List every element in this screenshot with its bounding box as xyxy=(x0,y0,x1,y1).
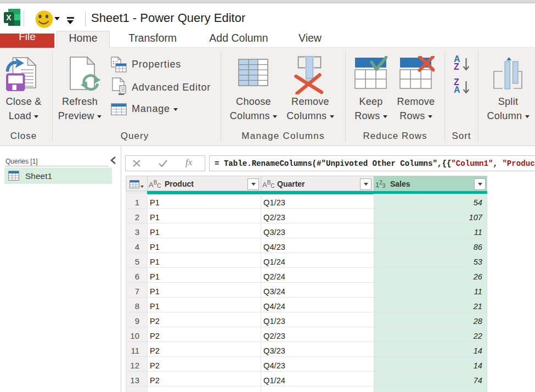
svg-text:X: X xyxy=(6,13,12,22)
